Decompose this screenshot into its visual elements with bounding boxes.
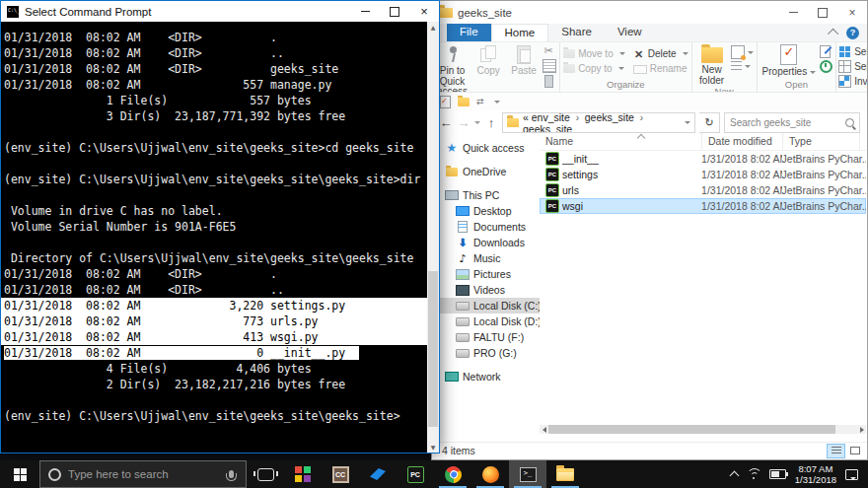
column-header-type[interactable]: Type — [783, 133, 860, 150]
sidebar-item-pro-g[interactable]: PRO (G:) — [433, 345, 540, 361]
paste-shortcut-icon[interactable] — [542, 75, 554, 87]
battery-icon[interactable] — [769, 469, 786, 479]
scroll-right-icon[interactable] — [857, 425, 866, 434]
taskbar-app-cmd-app[interactable]: >_ — [509, 460, 546, 488]
address-dropdown-icon[interactable] — [685, 121, 690, 124]
paste-button[interactable]: Paste — [506, 43, 542, 77]
explorer-titlebar[interactable]: geeks_site × — [432, 1, 867, 24]
sidebar-item-videos[interactable]: Videos — [433, 282, 540, 298]
taskbar-search-input[interactable]: Type here to search — [39, 460, 247, 488]
explorer-minimize-button[interactable] — [778, 2, 808, 24]
invert-selection-button[interactable]: Invert selection — [838, 75, 867, 88]
local-disk-c-icon — [456, 300, 470, 313]
properties-button[interactable]: Properties — [760, 43, 820, 78]
copy-path-icon[interactable] — [542, 59, 556, 73]
new-item-icon[interactable] — [731, 45, 745, 59]
new-folder-button[interactable]: New folder — [694, 43, 730, 86]
help-icon[interactable]: ? — [846, 27, 859, 39]
scroll-down-icon[interactable]: ▼ — [427, 442, 439, 453]
breadcrumb-segment[interactable]: env_site — [532, 112, 570, 123]
rename-button[interactable]: Rename — [633, 62, 688, 75]
forward-button[interactable]: → — [457, 115, 470, 130]
breadcrumb-segment[interactable]: geeks_site — [585, 112, 634, 123]
taskbar-app-chrome[interactable] — [434, 460, 471, 488]
tray-chevron-up-icon[interactable] — [729, 470, 739, 480]
wifi-icon[interactable] — [747, 468, 760, 480]
sidebar-item-desktop[interactable]: Desktop — [433, 203, 540, 219]
details-view-button[interactable] — [827, 444, 845, 458]
start-button[interactable] — [0, 460, 39, 488]
qat-chevron-down-icon[interactable] — [494, 101, 500, 104]
taskbar-app-firefox[interactable] — [471, 460, 509, 488]
recent-locations-icon[interactable] — [474, 121, 480, 124]
thumbnail-view-button[interactable] — [845, 444, 864, 458]
cmd-scrollbar-thumb[interactable] — [428, 271, 438, 426]
move-to-button[interactable]: Move to — [563, 47, 625, 60]
sidebar-item-onedrive[interactable]: OneDrive — [433, 164, 540, 179]
cmd-maximize-button[interactable] — [380, 1, 409, 23]
sidebar-item-music[interactable]: ♪Music — [433, 250, 540, 266]
file-row-settings[interactable]: PCsettings1/31/2018 8:02 AMJetBrains PyC… — [540, 167, 866, 182]
taskbar-app-3d-viewer[interactable] — [359, 460, 397, 488]
column-header-name[interactable]: Name — [540, 133, 702, 150]
sidebar-item-network[interactable]: Network — [433, 369, 540, 384]
taskbar-app-explorer[interactable] — [546, 460, 584, 488]
copy-button[interactable]: Copy — [470, 43, 506, 77]
back-button[interactable]: ← — [439, 115, 453, 130]
sidebar-item-local-disk-c[interactable]: Local Disk (C:) — [433, 298, 540, 314]
sidebar-item-downloads[interactable]: ⬇Downloads — [433, 235, 540, 250]
cmd-close-button[interactable]: × — [409, 1, 439, 23]
tab-share[interactable]: Share — [548, 24, 605, 41]
explorer-close-button[interactable]: × — [837, 2, 867, 24]
cmd-output-line: 01/31/2018 08:02 AM <DIR> . — [1, 30, 427, 45]
tab-view[interactable]: View — [605, 24, 655, 41]
taskbar-app-tiles[interactable] — [284, 460, 322, 488]
file-row-urls[interactable]: PCurls1/31/2018 8:02 AMJetBrains PyChar.… — [540, 182, 866, 198]
qat-properties-icon[interactable] — [440, 96, 451, 108]
copy-to-button[interactable]: Copy to — [563, 62, 625, 75]
file-row-wsgi[interactable]: PCwsgi1/31/2018 8:02 AMJetBrains PyChar.… — [540, 198, 866, 214]
sidebar-item-documents[interactable]: Documents — [433, 219, 540, 235]
column-header-size[interactable]: S — [860, 133, 866, 150]
select-none-button[interactable]: Select none — [838, 60, 867, 73]
scrollbar-thumb[interactable] — [548, 425, 835, 434]
sidebar-item-pictures[interactable]: Pictures — [433, 266, 540, 282]
cmd-scrollbar[interactable]: ▲ ▼ — [427, 22, 439, 453]
action-center-icon[interactable] — [845, 469, 858, 480]
qat-customize-icon[interactable]: ⇄ — [476, 97, 484, 106]
tab-home[interactable]: Home — [491, 24, 549, 41]
scroll-up-icon[interactable]: ▲ — [427, 22, 439, 33]
sidebar-item-local-disk-d[interactable]: Local Disk (D:) — [433, 314, 540, 329]
taskbar-app-pycharm[interactable]: PC — [397, 460, 434, 488]
file-row-__init__[interactable]: PC__init__1/31/2018 8:02 AMJetBrains PyC… — [540, 151, 866, 167]
qat-new-folder-icon[interactable] — [458, 98, 470, 106]
sidebar-item-quick-access[interactable]: ★Quick access — [433, 140, 540, 156]
refresh-button[interactable]: ↻ — [699, 112, 720, 133]
sidebar-item-this-pc[interactable]: This PC — [433, 187, 540, 203]
address-breadcrumb-box[interactable]: « env_site › geeks_site › geeks_site — [502, 112, 695, 133]
breadcrumb-segment[interactable]: geeks_site — [523, 123, 572, 134]
taskbar-clock[interactable]: 8:07 AM 1/31/2018 — [795, 463, 836, 485]
column-header-date-modified[interactable]: Date modified — [702, 133, 783, 150]
cut-icon[interactable]: ✂ — [542, 45, 554, 57]
select-all-button[interactable]: Select all — [838, 45, 867, 58]
explorer-maximize-button[interactable] — [808, 2, 837, 24]
sidebar-item-faltu-f[interactable]: FALTU (F:) — [433, 329, 540, 345]
horizontal-scrollbar[interactable] — [540, 425, 866, 434]
breadcrumb[interactable]: « env_site › geeks_site › geeks_site — [523, 112, 681, 133]
easy-access-icon[interactable] — [731, 61, 742, 71]
delete-button[interactable]: ✕ Delete — [633, 47, 688, 60]
taskbar-app-camtasia[interactable]: CC — [322, 460, 359, 488]
up-button[interactable]: ↑ — [484, 115, 498, 130]
tab-file[interactable]: File — [447, 24, 491, 41]
cmd-titlebar[interactable]: Select Command Prompt × — [1, 1, 439, 22]
edit-icon[interactable] — [820, 45, 831, 58]
cmd-minimize-button[interactable] — [350, 1, 380, 23]
taskbar-app-task-view[interactable] — [247, 460, 284, 488]
explorer-search-box[interactable]: Search geeks_site — [724, 112, 860, 133]
console-output[interactable]: 01/31/2018 08:02 AM <DIR> .01/31/2018 08… — [1, 22, 427, 453]
ribbon-collapse-icon[interactable] — [828, 29, 838, 39]
scroll-left-icon[interactable] — [540, 425, 548, 434]
history-icon[interactable] — [820, 60, 832, 73]
microphone-icon[interactable] — [229, 470, 234, 478]
